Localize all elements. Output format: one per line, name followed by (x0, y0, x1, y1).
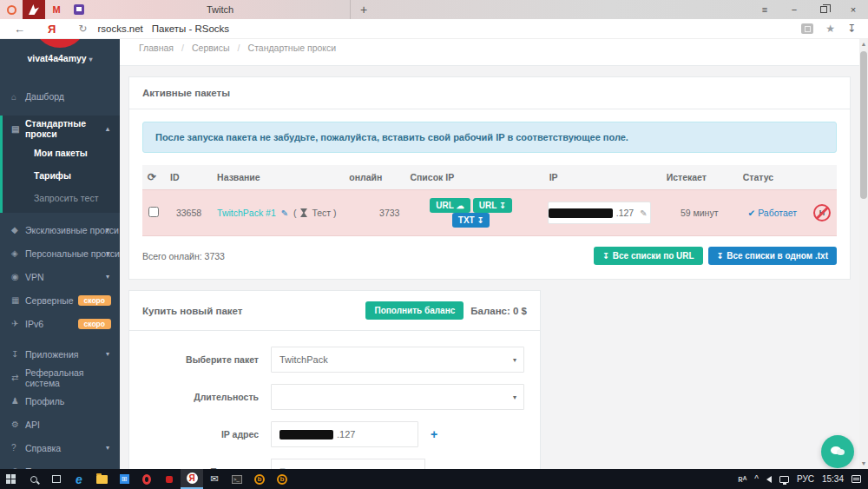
sidebar-item-label: Серверные (25, 295, 74, 306)
pinned-tab-gmail[interactable]: M (45, 0, 68, 19)
total-online: Всего онлайн: 3733 (142, 251, 225, 261)
chevron-down-icon: ▾ (89, 56, 93, 63)
scroll-down-arrow[interactable]: ▼ (859, 459, 868, 469)
breadcrumb-home[interactable]: Главная (139, 43, 174, 53)
duration-select[interactable]: ▾ (271, 384, 524, 410)
package-select[interactable]: TwitchPack ▾ (271, 347, 524, 373)
task-view-button[interactable] (45, 469, 68, 489)
sidebar-item-label: Дашборд (25, 91, 64, 102)
url-page-title[interactable]: Пакеты - RSocks (152, 23, 229, 34)
sidebar-item-vpn[interactable]: ◉ VPN ▾ (0, 265, 120, 288)
taskbar-explorer[interactable] (90, 469, 113, 489)
action-center-icon[interactable] (852, 475, 861, 483)
refresh-icon[interactable]: ⟳ (148, 171, 156, 183)
network-icon[interactable] (779, 476, 789, 483)
sidebar-item-personal-proxies[interactable]: ◈ Персональные прокси ▾ (0, 241, 120, 265)
all-lists-txt-button[interactable]: ↧Все списки в одном .txt (708, 247, 837, 265)
col-actions (807, 165, 837, 190)
sidebar-item-exclusive-proxies[interactable]: ◆ Эксклюзивные прокси ▾ (0, 218, 120, 241)
topup-balance-button[interactable]: Пополнить баланс (365, 301, 464, 320)
sidebar-item-profile[interactable]: ♟ Профиль (0, 389, 120, 413)
clock[interactable]: 15:34 (822, 474, 844, 484)
url-download-button[interactable]: URL↧ (473, 198, 512, 213)
tab-twitch[interactable]: Twitch (90, 0, 351, 19)
sidebar-item-api[interactable]: ⚙ API (0, 413, 120, 436)
user-menu[interactable]: vivat4a4amyy ▾ (0, 53, 120, 63)
add-ip-button[interactable]: + (431, 427, 437, 441)
address-actions: ★ ↧ (801, 23, 856, 35)
taskbar-yandex-active[interactable]: Я (181, 469, 203, 489)
windows-logo-icon (6, 474, 16, 485)
breadcrumb-separator: / (181, 43, 184, 53)
taskbar-app-red[interactable] (158, 469, 181, 489)
scrollbar-thumb[interactable] (860, 51, 867, 199)
bookmark-star-icon[interactable]: ★ (825, 23, 835, 35)
username: vivat4a4amyy (27, 53, 86, 63)
chevron-down-icon: ▾ (106, 350, 109, 358)
restore-button[interactable] (809, 0, 838, 19)
downloads-icon[interactable]: ↧ (847, 23, 856, 35)
refresh-button[interactable]: ↻ (78, 23, 87, 35)
sidebar-item-support[interactable]: ⊕ Поддержка (0, 459, 120, 469)
txt-download-button[interactable]: TXT↧ (452, 213, 490, 228)
tab-title: Twitch (207, 4, 233, 15)
stop-package-icon[interactable]: Н (813, 204, 831, 221)
breadcrumb: Главная / Сервисы / Стандартные прокси (120, 39, 859, 66)
sidebar-item-servers[interactable]: ▦ Серверные скоро (0, 288, 120, 312)
sidebar-item-dashboard[interactable]: ⌂ Дашборд (0, 83, 120, 110)
taskbar-edge[interactable]: e (68, 469, 90, 489)
sidebar-item-help[interactable]: ? Справка ▾ (0, 436, 120, 459)
yandex-icon: Я (187, 472, 198, 484)
panel-title: Активные пакеты (142, 88, 230, 98)
pinned-tab-opera[interactable] (0, 0, 23, 19)
taskbar-store[interactable]: ⊞ (113, 469, 135, 489)
pinned-tab-twitch[interactable] (68, 0, 90, 19)
taskbar-mail[interactable]: ✉ (203, 469, 226, 489)
promo-code-input[interactable] (271, 459, 425, 469)
sidebar-item-request-test[interactable]: Запросить тест (3, 187, 120, 209)
edit-ip-icon[interactable]: ✎ (640, 208, 647, 218)
new-tab-button[interactable]: + (351, 3, 377, 17)
download-icon: ↧ (11, 349, 25, 359)
opera-icon (142, 474, 151, 485)
breadcrumb-services[interactable]: Сервисы (192, 43, 230, 53)
browser-menu-button[interactable]: ≡ (750, 0, 779, 19)
url-cloud-button[interactable]: URL☁ (430, 198, 470, 213)
ip-address-input[interactable]: .127 (271, 421, 418, 447)
taskbar-console[interactable]: >_ (226, 469, 248, 489)
ip-value-field[interactable]: .127 ✎ (548, 202, 651, 224)
pinned-tab-rsocks-active[interactable] (23, 0, 45, 19)
back-button[interactable]: ← (14, 23, 25, 36)
col-online: онлайн (344, 165, 404, 190)
sidebar-item-ipv6[interactable]: ✈ IPv6 скоро (0, 312, 120, 335)
refresh-header[interactable]: ⟳ (142, 165, 165, 190)
minimize-button[interactable]: − (779, 0, 809, 19)
edit-name-icon[interactable]: ✎ (281, 208, 288, 218)
sidebar-item-standard-proxies[interactable]: ▤ Стандартные прокси ▴ (3, 116, 120, 142)
taskbar-search-button[interactable] (23, 469, 45, 489)
package-name-link[interactable]: TwitchPack #1 (217, 208, 276, 218)
page-scrollbar[interactable]: ▲ ▼ (859, 39, 868, 469)
all-lists-url-button[interactable]: ↧Все списки по URL (594, 247, 702, 265)
sidebar-item-referral[interactable]: ⇄ Реферальная система (0, 366, 120, 389)
start-button[interactable] (0, 469, 23, 489)
sidebar-item-my-packages[interactable]: Мои пакеты (3, 142, 120, 164)
close-button[interactable]: × (838, 0, 868, 19)
hidden-icons-button[interactable]: ^ (754, 474, 759, 484)
volume-icon[interactable] (766, 476, 772, 483)
scroll-up-arrow[interactable]: ▲ (859, 39, 868, 50)
protect-icon[interactable] (801, 23, 813, 34)
row-checkbox[interactable] (148, 207, 159, 217)
sidebar-item-tariffs[interactable]: Тарифы (3, 164, 120, 187)
sidebar-item-apps[interactable]: ↧ Приложения ▾ (0, 342, 120, 366)
url-host[interactable]: rsocks.net (97, 23, 142, 34)
test-label[interactable]: Тест (312, 208, 331, 218)
language-indicator[interactable]: РУС (797, 474, 814, 484)
chat-widget-button[interactable] (821, 435, 854, 468)
taskbar-opera[interactable] (135, 469, 158, 489)
chevron-down-icon: ▾ (513, 393, 516, 401)
ip-suffix: .127 (337, 429, 355, 439)
taskbar-app-b2[interactable]: b (271, 469, 293, 489)
people-icon[interactable]: ʀᴬ (738, 474, 746, 484)
taskbar-app-b1[interactable]: b (248, 469, 271, 489)
